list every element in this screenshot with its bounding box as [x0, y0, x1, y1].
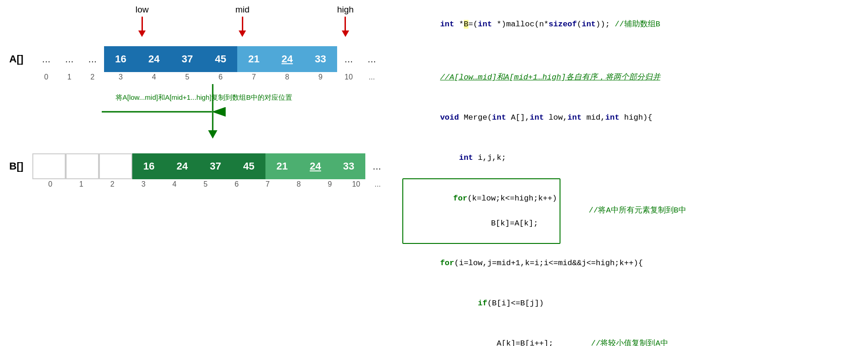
- array-a-cell-11: ...: [360, 46, 383, 72]
- index-b-0: 0: [35, 180, 66, 188]
- array-a-cell-0: ...: [35, 46, 58, 72]
- code-comment-line: //A[low…mid]和A[mid+1…high]各自有序，将两个部分归并: [402, 58, 859, 98]
- array-b-cell-8: 24: [299, 153, 332, 179]
- array-b-cell-4: 24: [166, 153, 199, 179]
- index-b-3: 3: [128, 180, 159, 188]
- index-b-11: ...: [367, 180, 388, 188]
- b-section: B[] 16 24 37 45 21 24 33 ... 0: [9, 153, 388, 188]
- copy-label: 将A[low...mid]和A[mid+1...high]复制到数组B中的对应位…: [116, 93, 292, 102]
- code-line-ak-bi: A[k]=B[i++]; //将较小值复制到A中: [402, 324, 859, 346]
- index-b-8: 8: [283, 180, 314, 188]
- for-highlight-box: for(k=low;k<=high;k++) B[k]=A[k];: [402, 178, 560, 244]
- array-a-cell-7: 21: [237, 46, 271, 72]
- highlight-B: B: [464, 20, 468, 29]
- kw-int-1: int: [440, 20, 455, 29]
- array-a-cell-3: 16: [104, 46, 137, 72]
- code-line-if: if(B[i]<=B[j]): [402, 284, 859, 324]
- array-a-cell-2: ...: [81, 46, 104, 72]
- index-a-11: ...: [360, 73, 383, 81]
- array-b-row: B[] 16 24 37 45 21 24 33 ...: [9, 153, 388, 179]
- array-a-cell-5: 37: [171, 46, 204, 72]
- array-a-cell-9: 33: [304, 46, 337, 72]
- array-b-cell-2: [99, 153, 132, 179]
- code-line-blank: [402, 45, 859, 58]
- low-pointer: low: [135, 5, 149, 37]
- array-b-cells: 16 24 37 45 21 24 33 ...: [32, 153, 388, 179]
- index-a-0: 0: [35, 73, 58, 81]
- code-block: int *B=(int *)malloc(n*sizeof(int)); //辅…: [402, 5, 859, 346]
- array-b-cell-1: [66, 153, 99, 179]
- array-a-cell-10: ...: [337, 46, 360, 72]
- index-a-3: 3: [104, 73, 137, 81]
- mid-arrow-head: [239, 30, 246, 37]
- code-line-void: void Merge(int A[],int low,int mid,int h…: [402, 98, 859, 138]
- high-label: high: [337, 5, 354, 15]
- code-line-for1: for(k=low;k<=high;k++) B[k]=A[k]; //将A中所…: [402, 178, 859, 244]
- pointer-area: low mid high: [81, 5, 388, 46]
- index-b-4: 4: [159, 180, 190, 188]
- low-arrow-head: [138, 30, 146, 37]
- index-a-8: 8: [271, 73, 304, 81]
- index-b-9: 9: [314, 180, 345, 188]
- right-panel: int *B=(int *)malloc(n*sizeof(int)); //辅…: [388, 5, 859, 341]
- index-b-6: 6: [221, 180, 252, 188]
- array-a-cell-4: 24: [137, 46, 171, 72]
- mid-pointer: mid: [235, 5, 250, 37]
- index-b-2: 2: [97, 180, 128, 188]
- index-a-9: 9: [304, 73, 337, 81]
- array-a-cells: ... ... ... 16 24 37 45 21 24 33 ... ...: [35, 46, 383, 72]
- array-a-indices: 0 1 2 3 4 5 6 7 8 9 10 ...: [35, 73, 388, 81]
- high-pointer: high: [337, 5, 354, 37]
- index-b-10: 10: [345, 180, 367, 188]
- index-a-10: 10: [337, 73, 360, 81]
- array-b-cell-3: 16: [132, 153, 166, 179]
- low-arrow-line: [142, 17, 143, 30]
- index-a-6: 6: [204, 73, 237, 81]
- index-b-7: 7: [252, 180, 283, 188]
- mid-arrow-line: [242, 17, 243, 30]
- index-a-1: 1: [58, 73, 81, 81]
- code-line-1: int *B=(int *)malloc(n*sizeof(int)); //辅…: [402, 5, 859, 45]
- index-b-1: 1: [66, 180, 97, 188]
- index-a-2: 2: [81, 73, 104, 81]
- array-b-cell-7: 21: [265, 153, 299, 179]
- high-arrow-line: [345, 17, 346, 30]
- array-b-cell-6: 45: [232, 153, 265, 179]
- index-a-5: 5: [171, 73, 204, 81]
- left-panel: low mid high A[] ... ...: [9, 5, 388, 341]
- array-b-cell-0: [32, 153, 66, 179]
- array-b-cell-5: 37: [199, 153, 232, 179]
- array-a-cell-8: 24: [271, 46, 304, 72]
- array-a-cell-1: ...: [58, 46, 81, 72]
- mid-label: mid: [235, 5, 250, 15]
- high-arrow-head: [342, 30, 349, 37]
- index-a-4: 4: [137, 73, 171, 81]
- code-line-int-ijk: int i,j,k;: [402, 138, 859, 178]
- index-a-7: 7: [237, 73, 271, 81]
- array-b-indices: 0 1 2 3 4 5 6 7 8 9 10 ...: [35, 180, 388, 188]
- low-label: low: [135, 5, 149, 15]
- index-b-5: 5: [190, 180, 221, 188]
- main-container: low mid high A[] ... ...: [0, 0, 868, 346]
- array-b-cell-9: 33: [332, 153, 365, 179]
- code-line-for2: for(i=low,j=mid+1,k=i;i<=mid&&j<=high;k+…: [402, 244, 859, 284]
- svg-marker-3: [208, 130, 217, 139]
- comment-copy-b: //将A中所有元素复制到B中: [574, 204, 686, 218]
- array-a-cell-6: 45: [204, 46, 237, 72]
- array-a-label: A[]: [9, 53, 35, 65]
- array-a-row: A[] ... ... ... 16 24 37 45 21 24 33 ...…: [9, 46, 388, 72]
